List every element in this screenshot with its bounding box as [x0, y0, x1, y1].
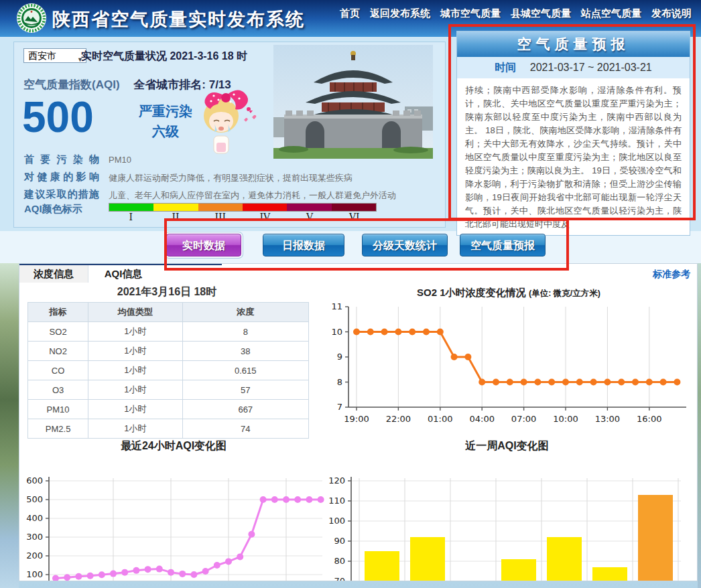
table-cell: 1小时 [88, 419, 182, 439]
svg-text:8: 8 [337, 377, 342, 387]
svg-text:600: 600 [26, 475, 43, 486]
table-cell: 74 [182, 419, 308, 439]
aqi-scale-bar [109, 203, 377, 212]
table-row: SO21小时8 [28, 322, 309, 342]
data-panel: 浓度信息AQI信息 标准参考 2021年3月16日 18时 指标均值类型浓度 S… [19, 263, 698, 581]
table-row: CO1小时0.615 [28, 361, 309, 380]
action-button-forecast[interactable]: 空气质量预报 [460, 234, 546, 256]
aqi-week-bar-chart: 708090100110120 [324, 454, 690, 581]
air-quality-page: 陕西省空气质量实时发布系统 首页返回发布系统城市空气质量县城空气质量站点空气质量… [0, 0, 701, 588]
svg-text:22:00: 22:00 [386, 414, 411, 424]
table-header-cell: 均值类型 [88, 303, 182, 322]
table-cell: CO [28, 361, 88, 380]
action-button-daily[interactable]: 日报数据 [263, 234, 344, 256]
standard-reference-link[interactable]: 标准参考 [653, 269, 690, 281]
detail-value: PM10 [109, 153, 436, 165]
table-header-row: 指标均值类型浓度 [28, 303, 309, 322]
nav-link-4[interactable]: 站点空气质量 [581, 7, 641, 20]
svg-text:300: 300 [26, 532, 43, 542]
nav-link-5[interactable]: 发布说明 [651, 7, 692, 20]
action-button-realtime[interactable]: 实时数据 [166, 234, 241, 256]
table-row: NO21小时38 [28, 342, 309, 361]
tab-aqi[interactable]: AQI信息 [88, 265, 158, 283]
svg-text:10: 10 [331, 327, 342, 337]
aqi-scale-label: V [288, 212, 332, 222]
aqi-scale-segment [153, 204, 198, 211]
svg-text:70: 70 [334, 576, 345, 581]
table-cell: 57 [182, 380, 308, 400]
svg-text:13:00: 13:00 [595, 414, 620, 424]
table-header-cell: 指标 [28, 303, 88, 322]
city-realtime-card: 西安市 ▼ 实时空气质量状况 2021-3-16 18 时 空气质量指数(AQI… [13, 42, 446, 228]
aqi-scale-label: VI [332, 212, 377, 222]
city-select-value: 西安市 [28, 50, 56, 61]
table-header-cell: 浓度 [182, 303, 308, 322]
detail-label: AQI颜色标示 [24, 203, 109, 216]
table-cell: PM2.5 [28, 419, 88, 439]
svg-text:90: 90 [334, 536, 345, 546]
table-cell: 1小时 [88, 380, 182, 400]
aqi-scale-segment [243, 204, 287, 211]
table-row: PM2.51小时74 [28, 419, 309, 439]
table-cell: O3 [28, 380, 88, 400]
epa-logo-icon [16, 3, 47, 33]
svg-text:7: 7 [337, 402, 342, 412]
nav-link-2[interactable]: 城市空气质量 [440, 7, 501, 20]
svg-text:04:00: 04:00 [469, 414, 494, 424]
aqi-scale-label: I [109, 212, 153, 222]
aqi-24h-line-chart: 100200300400500600 [25, 454, 326, 581]
crying-girl-mascot [192, 80, 264, 159]
background-trees-left [0, 263, 19, 588]
table-cell: 38 [182, 342, 308, 361]
svg-text:80: 80 [334, 556, 345, 566]
svg-text:200: 200 [26, 550, 43, 561]
svg-text:500: 500 [26, 494, 43, 504]
table-cell: SO2 [28, 322, 88, 342]
detail-row: 首要污染物 PM10 [24, 153, 436, 171]
table-cell: 1小时 [88, 361, 182, 380]
aqi-scale-segment [109, 204, 153, 211]
svg-text:07:00: 07:00 [511, 414, 536, 424]
header-nav: 首页返回发布系统城市空气质量县城空气质量站点空气质量发布说明 [340, 7, 692, 20]
aqi-scale-segment [332, 204, 376, 211]
aqi-scale-labels: IIIIIIIVVVI [109, 212, 377, 222]
table-cell: 0.615 [182, 361, 308, 380]
aqi-color-scale: IIIIIIIVVVI [109, 203, 377, 222]
detail-rows: 首要污染物 PM10 对健康的影响 健康人群运动耐受力降低，有明显强烈症状，提前… [24, 153, 436, 206]
table-cell: 8 [182, 322, 308, 342]
aqi-level: 严重污染 六级 [139, 101, 192, 141]
svg-text:100: 100 [328, 516, 345, 526]
aqi-scale-label: IV [243, 212, 288, 222]
svg-text:01:00: 01:00 [428, 414, 452, 424]
detail-label: 对健康的影响 [24, 171, 109, 183]
city-select[interactable]: 西安市 ▼ [23, 48, 86, 63]
table-cell: PM10 [28, 400, 88, 419]
bell-tower-photo [273, 45, 433, 159]
tab-concentration[interactable]: 浓度信息 [19, 265, 88, 283]
aqi-week-chart-title: 近一周AQI变化图 [324, 439, 690, 453]
tab-strip: 浓度信息AQI信息 [19, 263, 222, 283]
nav-link-0[interactable]: 首页 [340, 7, 360, 20]
forecast-card: 空气质量预报 时间 2021-03-17 ~ 2021-03-21 持续；陕南中… [456, 31, 690, 236]
status-line: 实时空气质量状况 2021-3-16 18 时 [81, 50, 247, 64]
svg-text:110: 110 [328, 496, 345, 506]
nav-link-1[interactable]: 返回发布系统 [370, 7, 430, 20]
table-title: 2021年3月16日 18时 [26, 285, 308, 299]
concentration-table: 指标均值类型浓度 SO21小时8NO21小时38CO1小时0.615O31小时5… [27, 302, 309, 439]
svg-text:16:00: 16:00 [637, 414, 661, 424]
action-button-graded-days[interactable]: 分级天数统计 [362, 234, 448, 256]
aqi-24h-chart-title: 最近24小时AQI变化图 [26, 439, 321, 453]
table-row: O31小时57 [28, 380, 309, 400]
svg-text:11: 11 [331, 301, 342, 311]
svg-text:120: 120 [328, 475, 345, 486]
table-cell: 1小时 [88, 322, 182, 342]
svg-text:9: 9 [337, 352, 342, 362]
svg-text:400: 400 [26, 513, 43, 523]
nav-link-3[interactable]: 县城空气质量 [511, 7, 571, 20]
detail-value: 儿童、老年人和病人应停留在室内，避免体力消耗，一般人群避免户外活动 [109, 188, 436, 202]
aqi-scale-segment [198, 204, 243, 211]
aqi-scale-row: AQI颜色标示 IIIIIIIVVVI [24, 203, 436, 222]
aqi-scale-label: II [153, 212, 198, 222]
table-row: PM101小时667 [28, 400, 309, 419]
table-cell: 1小时 [88, 342, 182, 361]
